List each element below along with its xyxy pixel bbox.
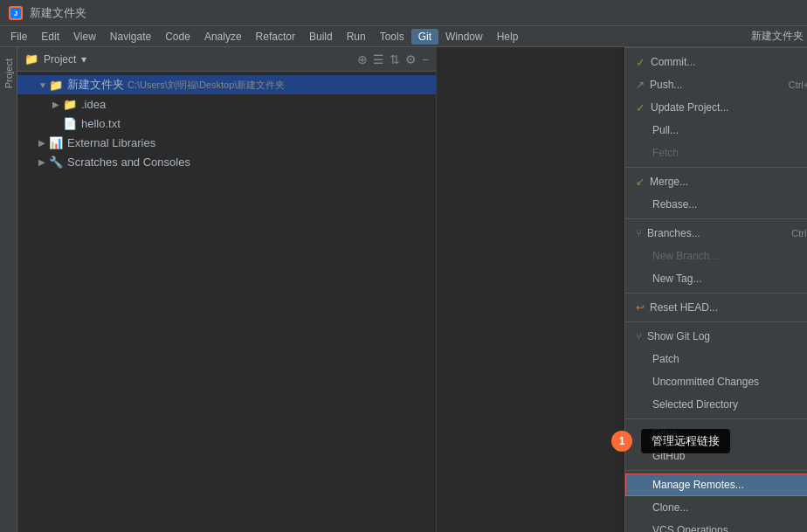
menu-file[interactable]: File <box>3 29 34 45</box>
main-layout: Project 📁 Project ▾ ⊕ ☰ ⇅ ⚙ − ▼ 📁 <box>0 47 807 532</box>
git-menu-new-tag[interactable]: New Tag... <box>625 267 807 290</box>
clone-label: Clone... <box>652 501 688 514</box>
branches-label: Branches... <box>647 227 700 239</box>
project-side-label[interactable]: Project <box>2 52 16 95</box>
scratches-label: Scratches and Consoles <box>67 155 190 169</box>
menu-run[interactable]: Run <box>340 29 373 45</box>
reset-label: Reset HEAD... <box>650 301 718 314</box>
merge-icon: ↙ <box>636 176 645 188</box>
tree-idea[interactable]: ▶ 📁 .idea <box>17 94 436 114</box>
action-add[interactable]: ⊕ <box>357 52 368 66</box>
git-menu-pull[interactable]: Pull... <box>625 119 807 142</box>
tooltip-badge: 1 <box>611 431 632 452</box>
ext-label: External Libraries <box>67 136 155 149</box>
commit-check-icon: ✓ <box>636 56 645 69</box>
menu-window[interactable]: Window <box>438 29 490 45</box>
menu-navigate[interactable]: Navigate <box>103 29 158 45</box>
project-tree: ▼ 📁 新建文件夹 C:\Users\刘明福\Desktop\新建文件夹 ▶ 📁… <box>17 72 436 532</box>
patch-label: Patch <box>652 353 679 365</box>
uncommitted-label: Uncommitted Changes <box>652 376 759 388</box>
project-dropdown-arrow[interactable]: ▾ <box>81 53 86 66</box>
tooltip-text: 管理远程链接 <box>641 429 730 453</box>
git-dropdown-menu: ✓ Commit... Ctrl+K ↗ Push... Ctrl+Shift+… <box>624 47 807 532</box>
idea-folder-icon: 📁 <box>63 98 77 111</box>
git-menu-manage-remotes[interactable]: Manage Remotes... <box>625 473 807 496</box>
menu-refactor[interactable]: Refactor <box>249 29 302 45</box>
update-check-icon: ✓ <box>636 101 645 114</box>
root-label: 新建文件夹 <box>67 77 124 93</box>
idea-arrow: ▶ <box>52 100 63 109</box>
push-label: Push... <box>650 79 682 91</box>
project-panel: 📁 Project ▾ ⊕ ☰ ⇅ ⚙ − ▼ 📁 新建文件夹 C:\Users… <box>17 47 437 532</box>
merge-label: Merge... <box>650 176 688 188</box>
idea-label: .idea <box>81 98 106 111</box>
git-menu-selected-dir[interactable]: Selected Directory ▶ <box>625 393 807 416</box>
action-minimize[interactable]: − <box>422 52 429 66</box>
app-logo: J <box>9 6 23 20</box>
new-branch-label: New Branch... <box>652 250 718 262</box>
separator-6 <box>625 470 807 471</box>
fetch-label: Fetch <box>652 147 679 159</box>
git-menu-show-log[interactable]: ⑂ Show Git Log <box>625 325 807 348</box>
tooltip-callout: 1 管理远程链接 <box>611 429 730 453</box>
root-folder-icon: 📁 <box>49 79 63 92</box>
log-icon: ⑂ <box>636 330 642 342</box>
push-icon: ↗ <box>636 79 645 91</box>
rebase-label: Rebase... <box>652 198 697 211</box>
menu-view[interactable]: View <box>66 29 103 45</box>
menu-git[interactable]: Git <box>411 29 438 45</box>
menu-analyze[interactable]: Analyze <box>197 29 249 45</box>
git-menu-rebase[interactable]: Rebase... <box>625 193 807 216</box>
svg-text:J: J <box>14 10 17 17</box>
git-menu-uncommitted[interactable]: Uncommitted Changes ▶ <box>625 370 807 393</box>
show-log-label: Show Git Log <box>647 330 710 342</box>
update-label: Update Project... <box>651 101 728 114</box>
pull-label: Pull... <box>652 124 679 136</box>
window-title-right: 新建文件夹 <box>751 29 804 44</box>
ext-icon: 📊 <box>49 136 63 149</box>
scratches-arrow: ▶ <box>38 157 49 167</box>
menu-edit[interactable]: Edit <box>34 29 66 45</box>
action-settings[interactable]: ⚙ <box>405 52 417 66</box>
menu-code[interactable]: Code <box>158 29 197 45</box>
action-list[interactable]: ☰ <box>373 52 384 66</box>
action-sort[interactable]: ⇅ <box>390 52 400 66</box>
hello-label: hello.txt <box>81 117 121 130</box>
reset-icon: ↩ <box>636 301 645 314</box>
tree-ext-libs[interactable]: ▶ 📊 External Libraries <box>17 133 436 152</box>
git-menu-vcs-ops[interactable]: VCS Operations Alt+` <box>625 519 807 532</box>
git-menu-branches[interactable]: ⑂ Branches... Ctrl+Shift+` <box>625 222 807 245</box>
separator-4 <box>625 321 807 322</box>
selected-dir-label: Selected Directory <box>652 398 738 411</box>
git-menu-merge[interactable]: ↙ Merge... <box>625 170 807 193</box>
project-label: Project <box>44 53 76 66</box>
separator-3 <box>625 293 807 294</box>
title-bar: J 新建文件夹 <box>0 0 807 26</box>
new-tag-label: New Tag... <box>652 273 701 285</box>
root-path: C:\Users\刘明福\Desktop\新建文件夹 <box>128 79 285 92</box>
tree-hello[interactable]: ▶ 📄 hello.txt <box>17 114 436 133</box>
content-area: ✓ Commit... Ctrl+K ↗ Push... Ctrl+Shift+… <box>437 47 807 532</box>
menu-build[interactable]: Build <box>302 29 340 45</box>
project-header-actions: ⊕ ☰ ⇅ ⚙ − <box>357 52 429 66</box>
git-menu-update[interactable]: ✓ Update Project... Ctrl+T <box>625 96 807 119</box>
git-menu-patch[interactable]: Patch ▶ <box>625 348 807 370</box>
commit-label: Commit... <box>651 56 695 68</box>
push-shortcut: Ctrl+Shift+K <box>789 79 807 90</box>
tree-scratches[interactable]: ▶ 🔧 Scratches and Consoles <box>17 152 436 171</box>
git-menu-reset-head[interactable]: ↩ Reset HEAD... <box>625 296 807 319</box>
branches-icon: ⑂ <box>636 227 642 239</box>
git-menu-commit[interactable]: ✓ Commit... Ctrl+K <box>625 51 807 73</box>
git-menu-fetch: Fetch <box>625 142 807 164</box>
menu-help[interactable]: Help <box>490 29 526 45</box>
menu-bar: File Edit View Navigate Code Analyze Ref… <box>0 26 807 47</box>
project-header: 📁 Project ▾ ⊕ ☰ ⇅ ⚙ − <box>17 47 436 72</box>
manage-remotes-label: Manage Remotes... <box>652 479 744 491</box>
branches-shortcut: Ctrl+Shift+` <box>791 228 807 238</box>
git-menu-clone[interactable]: Clone... <box>625 496 807 519</box>
scratches-icon: 🔧 <box>49 155 63 169</box>
git-menu-push[interactable]: ↗ Push... Ctrl+Shift+K <box>625 73 807 96</box>
ext-arrow: ▶ <box>38 138 49 148</box>
menu-tools[interactable]: Tools <box>373 29 411 45</box>
tree-root[interactable]: ▼ 📁 新建文件夹 C:\Users\刘明福\Desktop\新建文件夹 <box>17 75 436 94</box>
